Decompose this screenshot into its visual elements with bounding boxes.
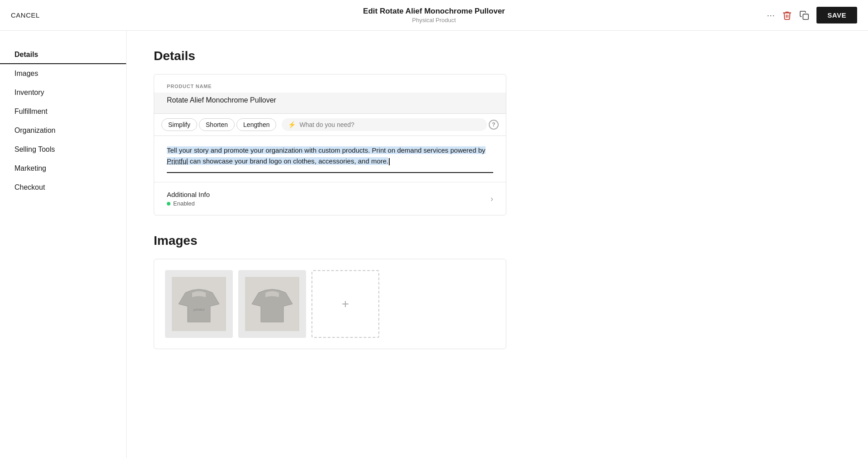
topbar-right: ⋯ SAVE <box>767 7 857 23</box>
sidebar-item-details[interactable]: Details <box>0 45 126 64</box>
topbar-center: Edit Rotate Alief Monochrome Pullover Ph… <box>363 7 505 23</box>
trash-icon <box>782 10 792 20</box>
save-button[interactable]: SAVE <box>816 7 857 23</box>
description-text: Tell your story and promote your organiz… <box>167 145 493 167</box>
images-grid: printful + <box>165 270 495 338</box>
images-card: printful + <box>154 259 506 349</box>
images-section-title: Images <box>154 234 506 248</box>
topbar-left: CANCEL <box>11 11 101 19</box>
status-row: Enabled <box>167 200 210 207</box>
sidebar-item-selling-tools[interactable]: Selling Tools <box>0 140 126 159</box>
sidebar: Details Images Inventory Fulfillment Org… <box>0 31 127 458</box>
printful-link: Printful <box>167 157 188 165</box>
svg-text:printful: printful <box>193 308 204 312</box>
sidebar-item-images[interactable]: Images <box>0 64 126 83</box>
additional-info-title: Additional Info <box>167 191 210 198</box>
status-dot-icon <box>167 202 170 206</box>
product-name-input[interactable] <box>154 93 506 114</box>
ai-toolbar: Simplify Shorten Lengthen ⚡ ? <box>154 114 506 136</box>
sidebar-item-marketing[interactable]: Marketing <box>0 159 126 178</box>
ai-search-input[interactable] <box>299 121 481 128</box>
description-divider <box>167 172 493 173</box>
product-image-1[interactable]: printful <box>165 270 233 338</box>
pullover-svg-2 <box>245 277 299 331</box>
delete-button[interactable] <box>782 7 792 23</box>
add-image-button[interactable]: + <box>311 270 379 338</box>
simplify-button[interactable]: Simplify <box>161 118 197 131</box>
duplicate-button[interactable] <box>799 7 809 23</box>
pullover-svg-1: printful <box>172 277 226 331</box>
page-title: Edit Rotate Alief Monochrome Pullover <box>363 7 505 16</box>
copy-icon <box>799 10 809 20</box>
layout: Details Images Inventory Fulfillment Org… <box>0 31 868 458</box>
product-image-2[interactable] <box>238 270 306 338</box>
cancel-button[interactable]: CANCEL <box>11 11 40 19</box>
main-content: Details PRODUCT NAME Simplify Shorten Le… <box>127 31 533 458</box>
more-options-button[interactable]: ⋯ <box>767 7 775 23</box>
lightning-icon: ⚡ <box>288 121 296 128</box>
ai-search-wrap: ⚡ <box>282 118 487 131</box>
plus-icon: + <box>342 297 349 311</box>
description-area[interactable]: Tell your story and promote your organiz… <box>154 136 506 182</box>
additional-info-left: Additional Info Enabled <box>167 191 210 207</box>
topbar: CANCEL Edit Rotate Alief Monochrome Pull… <box>0 0 868 31</box>
text-cursor <box>389 158 390 165</box>
details-section-title: Details <box>154 49 506 63</box>
sidebar-item-checkout[interactable]: Checkout <box>0 178 126 197</box>
shorten-button[interactable]: Shorten <box>199 118 235 131</box>
page-subtitle: Physical Product <box>363 17 505 23</box>
sidebar-item-inventory[interactable]: Inventory <box>0 83 126 102</box>
lengthen-button[interactable]: Lengthen <box>236 118 276 131</box>
help-icon[interactable]: ? <box>489 120 499 130</box>
sidebar-item-fulfillment[interactable]: Fulfillment <box>0 102 126 121</box>
sidebar-item-organization[interactable]: Organization <box>0 121 126 140</box>
chevron-right-icon: › <box>491 194 493 204</box>
more-horizontal-icon: ⋯ <box>767 10 775 20</box>
details-card: PRODUCT NAME Simplify Shorten Lengthen ⚡… <box>154 74 506 215</box>
product-name-label: PRODUCT NAME <box>154 75 506 93</box>
svg-rect-0 <box>803 14 809 19</box>
additional-info-row[interactable]: Additional Info Enabled › <box>154 182 506 215</box>
additional-info-status: Enabled <box>173 200 195 207</box>
description-selected-text: Tell your story and promote your organiz… <box>167 146 486 165</box>
